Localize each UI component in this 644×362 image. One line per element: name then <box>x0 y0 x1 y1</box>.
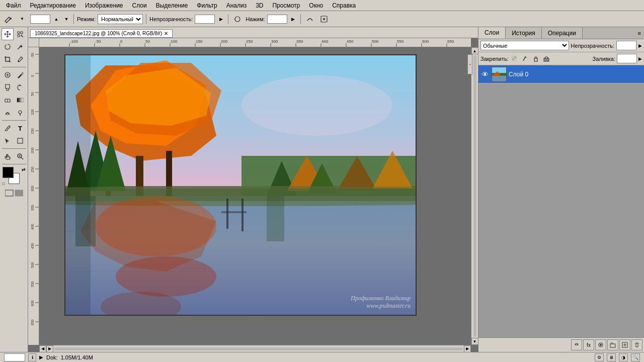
brush-tool-icon[interactable] <box>2 13 14 25</box>
menu-edit[interactable]: Редактирование <box>26 1 80 10</box>
menu-layers[interactable]: Слои <box>128 1 151 10</box>
menu-file[interactable]: Файл <box>2 1 25 10</box>
zoom-tool[interactable] <box>14 150 26 162</box>
status-icon-3[interactable]: ◑ <box>619 353 628 361</box>
eyedropper-tool[interactable] <box>14 53 26 65</box>
new-group-btn[interactable] <box>607 339 618 350</box>
add-style-btn[interactable]: fx <box>583 339 594 350</box>
layer-visibility-toggle[interactable]: 👁 <box>480 70 490 79</box>
statusbar-navigator-btn[interactable]: ▶ <box>39 354 43 360</box>
ruler-corner <box>28 38 39 47</box>
pen-tool[interactable] <box>2 122 14 134</box>
scrollbar-horizontal[interactable]: ◀ ▶ ▶ <box>39 345 471 352</box>
history-brush-tool[interactable] <box>14 81 26 94</box>
lock-position-btn[interactable] <box>531 54 540 63</box>
tab-layers[interactable]: Слои <box>478 27 506 39</box>
opacity-slider-arrow[interactable]: ▶ <box>638 43 642 48</box>
menu-select[interactable]: Выделение <box>152 1 192 10</box>
scroll-v-up[interactable]: ▲ <box>471 47 478 54</box>
layer-list[interactable]: 👁 Слой 0 <box>478 65 644 337</box>
pressure-input[interactable]: 100% <box>267 15 287 24</box>
lock-transparent-btn[interactable] <box>510 54 519 63</box>
panel-collapse-btn[interactable]: ‹ <box>467 54 472 74</box>
lock-paint-btn[interactable] <box>521 54 530 63</box>
svg-text:50: 50 <box>145 39 150 44</box>
selection-tool[interactable] <box>14 28 26 40</box>
reset-colors-icon[interactable]: □ <box>3 182 5 186</box>
opacity-input[interactable]: 100% <box>195 15 215 24</box>
scroll-h-track[interactable] <box>54 347 463 350</box>
lock-all-btn[interactable] <box>542 54 551 63</box>
ruler-horizontal: -100-50050100150200250300350400450500550… <box>39 38 471 47</box>
opacity-up[interactable]: ▶ <box>217 13 225 25</box>
flow-icon[interactable] <box>304 13 316 25</box>
brush-size-input[interactable]: 80 <box>30 15 50 24</box>
menu-window[interactable]: Окно <box>305 1 327 10</box>
brush-size-up[interactable]: ▲ <box>52 13 60 25</box>
menu-help[interactable]: Справка <box>328 1 360 10</box>
scroll-h-right[interactable]: ▶ <box>464 345 471 352</box>
pressure-up[interactable]: ▶ <box>289 13 297 25</box>
canvas-viewport[interactable]: -100-50050100150200250300350400450500550… <box>28 38 478 352</box>
dodge-tool[interactable] <box>14 107 26 119</box>
scroll-v-track[interactable] <box>473 55 476 337</box>
clone-stamp-tool[interactable] <box>2 81 14 94</box>
tool-row-10 <box>2 150 26 162</box>
foreground-color[interactable] <box>3 167 14 178</box>
hand-tool[interactable] <box>2 150 14 162</box>
mode-select[interactable]: Нормальный <box>98 14 143 24</box>
status-icon-1[interactable]: ⚙ <box>595 353 604 361</box>
blur-tool[interactable] <box>2 107 14 119</box>
quick-mask-btn[interactable] <box>3 188 26 199</box>
layer-opacity-input[interactable]: 100% <box>616 41 636 50</box>
opacity-label: Непрозрачность: <box>571 43 614 49</box>
panel-menu-btn[interactable]: ≡ <box>635 30 644 36</box>
svg-point-113 <box>116 256 216 297</box>
statusbar-info-btn[interactable]: ℹ <box>28 353 36 361</box>
brush-options-btn[interactable]: ▼ <box>16 13 28 25</box>
brush-size-down[interactable]: ▼ <box>62 13 70 25</box>
tab-history[interactable]: История <box>506 28 542 39</box>
fill-slider-arrow[interactable]: ▶ <box>638 56 642 61</box>
move-tool[interactable] <box>2 28 14 40</box>
menu-analysis[interactable]: Анализ <box>222 1 251 10</box>
scroll-h-play[interactable]: ▶ <box>46 345 53 352</box>
shape-tool[interactable] <box>14 135 26 147</box>
menu-bar: Файл Редактирование Изображение Слои Выд… <box>0 0 644 11</box>
menu-3d[interactable]: 3D <box>252 1 267 10</box>
scroll-h-left[interactable]: ◀ <box>39 345 46 352</box>
status-icon-4[interactable]: 🔍 <box>631 353 640 361</box>
magic-wand-tool[interactable] <box>14 41 26 53</box>
delete-layer-btn[interactable] <box>631 339 642 350</box>
swap-colors-icon[interactable]: ⇄ <box>22 167 26 172</box>
airbrush-icon[interactable] <box>231 13 244 25</box>
canvas-tab[interactable]: 10869325_landscape122.jpg @ 100% (Слой 0… <box>30 29 173 38</box>
eraser-tool[interactable] <box>2 94 14 106</box>
brush-tool[interactable] <box>14 69 26 81</box>
separator-2 <box>146 14 146 24</box>
crop-tool[interactable] <box>2 53 14 65</box>
canvas-tab-close[interactable]: ✕ <box>164 31 168 36</box>
svg-text:600: 600 <box>31 300 34 306</box>
spot-heal-tool[interactable] <box>2 69 14 81</box>
add-mask-btn[interactable] <box>595 339 606 350</box>
link-layers-btn[interactable] <box>571 339 582 350</box>
statusbar-zoom-input[interactable]: 100% <box>4 353 25 361</box>
new-layer-btn[interactable] <box>619 339 630 350</box>
lasso-tool[interactable] <box>2 41 14 53</box>
text-tool[interactable]: T <box>14 122 26 134</box>
fill-input[interactable]: 100% <box>617 54 637 63</box>
scroll-v-down[interactable]: ▼ <box>471 338 478 345</box>
layer-item-0[interactable]: 👁 Слой 0 <box>478 65 644 83</box>
menu-view[interactable]: Просмотр <box>268 1 304 10</box>
scrollbar-vertical[interactable]: ▲ ▼ <box>471 47 478 345</box>
menu-filter[interactable]: Фильтр <box>193 1 221 10</box>
gradient-tool[interactable] <box>14 94 26 106</box>
tab-operations[interactable]: Операции <box>542 28 583 39</box>
layer-mode-select[interactable]: Обычные <box>480 41 569 50</box>
menu-image[interactable]: Изображение <box>81 1 127 10</box>
tool-row-mask <box>3 188 26 199</box>
tablet-icon[interactable] <box>318 13 330 25</box>
status-icon-2[interactable]: 🖥 <box>607 353 616 361</box>
path-selection-tool[interactable] <box>2 135 14 147</box>
